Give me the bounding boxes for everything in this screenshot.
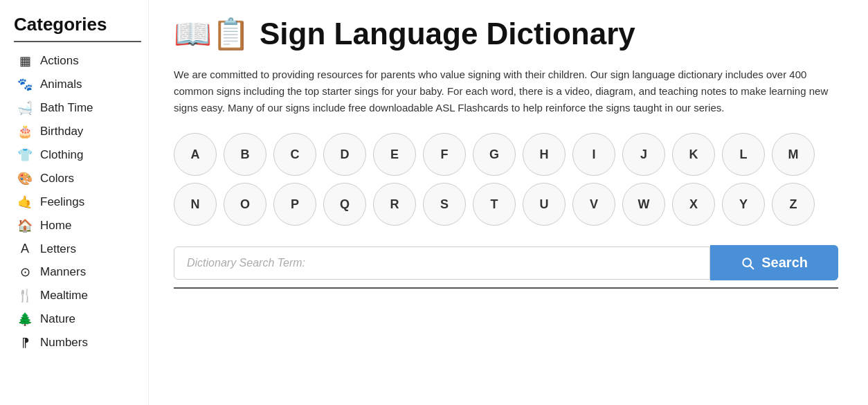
letter-btn-U[interactable]: U xyxy=(523,183,566,226)
birthday-icon: 🎂 xyxy=(17,124,33,139)
letter-btn-W[interactable]: W xyxy=(622,183,665,226)
letter-btn-M[interactable]: M xyxy=(772,133,815,176)
letter-btn-F[interactable]: F xyxy=(423,133,466,176)
letter-btn-R[interactable]: R xyxy=(373,183,416,226)
sidebar: Categories ▦Actions🐾Animals🛁Bath Time🎂Bi… xyxy=(0,0,149,405)
feelings-icon: 🤙 xyxy=(17,195,33,210)
letter-btn-J[interactable]: J xyxy=(622,133,665,176)
sidebar-item-label-home: Home xyxy=(40,219,71,233)
manners-icon: ⊙ xyxy=(17,264,33,280)
sidebar-item-label-birthday: Birthday xyxy=(40,125,83,138)
clothing-icon: 👕 xyxy=(17,147,33,163)
sidebar-item-manners[interactable]: ⊙Manners xyxy=(14,260,141,284)
sidebar-item-home[interactable]: 🏠Home xyxy=(14,214,141,237)
sidebar-item-label-clothing: Clothing xyxy=(40,148,83,162)
sidebar-title: Categories xyxy=(14,14,141,35)
letter-btn-G[interactable]: G xyxy=(473,133,516,176)
letter-btn-P[interactable]: P xyxy=(273,183,316,226)
letter-btn-C[interactable]: C xyxy=(273,133,316,176)
search-button[interactable]: Search xyxy=(710,245,838,280)
letters-grid: ABCDEFGHIJKLMNOPQRSTUVWXYZ xyxy=(174,133,843,226)
search-input[interactable] xyxy=(174,246,710,280)
sidebar-item-clothing[interactable]: 👕Clothing xyxy=(14,143,141,167)
letter-btn-T[interactable]: T xyxy=(473,183,516,226)
header-icon: 📖📋 xyxy=(174,19,250,49)
animals-icon: 🐾 xyxy=(17,77,33,92)
letter-btn-Z[interactable]: Z xyxy=(772,183,815,226)
sidebar-item-label-numbers: Numbers xyxy=(40,336,88,350)
sidebar-item-label-mealtime: Mealtime xyxy=(40,289,88,303)
letter-btn-A[interactable]: A xyxy=(174,133,217,176)
actions-icon: ▦ xyxy=(17,53,33,69)
sidebar-item-label-letters: Letters xyxy=(40,242,76,256)
letter-btn-X[interactable]: X xyxy=(672,183,715,226)
sidebar-item-colors[interactable]: 🎨Colors xyxy=(14,167,141,190)
letter-btn-S[interactable]: S xyxy=(423,183,466,226)
sidebar-divider xyxy=(14,41,141,42)
colors-icon: 🎨 xyxy=(17,171,33,186)
nature-icon: 🌲 xyxy=(17,312,33,327)
search-icon xyxy=(741,256,754,270)
sidebar-item-label-colors: Colors xyxy=(40,172,74,186)
page-title: Sign Language Dictionary xyxy=(260,17,635,51)
bath-time-icon: 🛁 xyxy=(17,100,33,116)
sidebar-item-label-actions: Actions xyxy=(40,54,79,68)
sidebar-item-numbers[interactable]: ⁋Numbers xyxy=(14,331,141,354)
letter-btn-N[interactable]: N xyxy=(174,183,217,226)
main-content: 📖📋 Sign Language Dictionary We are commi… xyxy=(149,0,868,405)
mealtime-icon: 🍴 xyxy=(17,288,33,303)
letter-btn-K[interactable]: K xyxy=(672,133,715,176)
sidebar-item-animals[interactable]: 🐾Animals xyxy=(14,73,141,96)
letter-btn-E[interactable]: E xyxy=(373,133,416,176)
letter-btn-Q[interactable]: Q xyxy=(323,183,366,226)
sidebar-item-birthday[interactable]: 🎂Birthday xyxy=(14,120,141,143)
home-icon: 🏠 xyxy=(17,218,33,233)
sidebar-item-mealtime[interactable]: 🍴Mealtime xyxy=(14,284,141,307)
sidebar-item-nature[interactable]: 🌲Nature xyxy=(14,307,141,331)
letter-btn-L[interactable]: L xyxy=(722,133,765,176)
letters-icon: A xyxy=(17,242,33,256)
sidebar-item-label-animals: Animals xyxy=(40,78,82,91)
sidebar-item-feelings[interactable]: 🤙Feelings xyxy=(14,190,141,214)
search-area: Search xyxy=(174,245,838,289)
sidebar-item-label-bath-time: Bath Time xyxy=(40,101,93,115)
letter-btn-H[interactable]: H xyxy=(523,133,566,176)
search-button-label: Search xyxy=(761,255,808,271)
sidebar-item-label-nature: Nature xyxy=(40,312,75,326)
sidebar-item-letters[interactable]: ALetters xyxy=(14,237,141,260)
sidebar-item-actions[interactable]: ▦Actions xyxy=(14,49,141,73)
sidebar-item-label-feelings: Feelings xyxy=(40,195,84,209)
letter-btn-I[interactable]: I xyxy=(572,133,615,176)
letter-btn-B[interactable]: B xyxy=(224,133,266,176)
numbers-icon: ⁋ xyxy=(17,335,33,350)
letter-btn-Y[interactable]: Y xyxy=(722,183,765,226)
sidebar-item-label-manners: Manners xyxy=(40,265,86,279)
description-text: We are committed to providing resources … xyxy=(174,66,838,116)
page-header: 📖📋 Sign Language Dictionary xyxy=(174,17,843,51)
letter-btn-O[interactable]: O xyxy=(224,183,266,226)
letter-btn-V[interactable]: V xyxy=(572,183,615,226)
letter-btn-D[interactable]: D xyxy=(323,133,366,176)
svg-line-1 xyxy=(750,265,754,269)
sidebar-item-bath-time[interactable]: 🛁Bath Time xyxy=(14,96,141,120)
